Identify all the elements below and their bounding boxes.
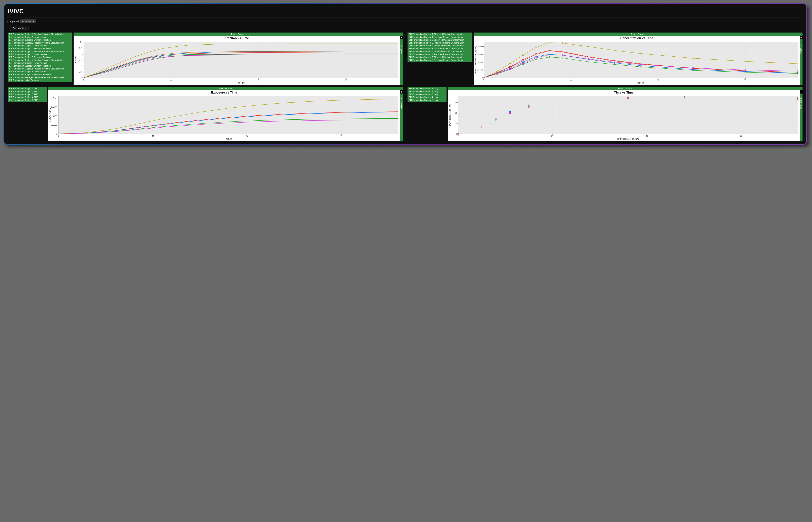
fraction-chart[interactable]: 020406000.250.50.7511.251.5Fraction vs T… (74, 36, 400, 85)
list-item[interactable]: ER Formulation Averaged Fraction Absolut… (9, 76, 71, 79)
list-item[interactable]: ER Formulation Subject 3 Invivo release (9, 53, 71, 56)
list-item[interactable]: ER Formulation Subject 5 AUC (9, 99, 45, 102)
list-item[interactable]: ER Formulation Subject 4 Predicted Plasm… (409, 53, 471, 56)
svg-text:5: 5 (456, 122, 457, 124)
svg-text:10000: 10000 (477, 69, 483, 71)
svg-text:0: 0 (458, 135, 458, 137)
concentration-chart[interactable]: 0204060010000200003000040000Concentratio… (474, 36, 800, 85)
list-item[interactable]: ER Formulation Subject 2 Systemic Fracti… (9, 47, 71, 50)
svg-text:0: 0 (81, 77, 83, 79)
list-item[interactable]: ER Formulation Subject 1 Fraction Absolu… (9, 33, 71, 36)
svg-text:1.5: 1.5 (80, 41, 83, 43)
list-item[interactable]: ER Formulation Invitro Release (9, 79, 71, 82)
compound-select[interactable]: Valproate ▲▼ (20, 19, 36, 23)
svg-text:Time vs Time: Time vs Time (614, 91, 633, 94)
list-item[interactable]: ER Formulation Subject 4 Levy (409, 96, 445, 99)
compound-label: Compound (7, 20, 19, 23)
svg-text:Plasma Concentration (ng/mL): Plasma Concentration (ng/mL) (475, 46, 477, 74)
svg-text:Invitro Release Time (h): Invitro Release Time (h) (617, 138, 639, 140)
svg-text:0: 0 (58, 135, 59, 137)
svg-text:AUC ((ng/mL)·h): AUC ((ng/mL)·h) (49, 107, 52, 122)
list-item[interactable]: ER Formulation Subject 1 Systemic Fracti… (9, 39, 71, 41)
expand-icon[interactable]: + (800, 36, 803, 39)
list-item[interactable]: ER Formulation Subject 4 Invivo release (9, 62, 71, 64)
list-item[interactable]: ER Formulation Subject 3 Levy (409, 93, 445, 96)
expand-icon[interactable]: + (400, 90, 403, 94)
plots-header: Plots / Graphs (74, 33, 403, 36)
svg-text:0.25: 0.25 (79, 71, 83, 73)
list-item[interactable]: ER Formulation Subject 5 Systemic Fracti… (9, 73, 71, 76)
svg-text:40: 40 (257, 79, 259, 81)
list-item[interactable]: ER Formulation Subject 4 AUC (9, 96, 45, 99)
list-item[interactable]: ER Formulation Subject 5 Observed Plasma… (409, 56, 471, 59)
list-item[interactable]: ER Formulation Subject 3 AUC (9, 93, 45, 96)
list-item[interactable]: ER Formulation Subject 2 Predicted Plasm… (409, 41, 471, 44)
exposure-chart[interactable]: 020406005000001·10⁶1.5·10⁶2·10⁶Exposure … (48, 90, 400, 141)
app-frame: IVIVC Compound Valproate ▲▼ Deconvolute … (4, 4, 806, 144)
list-item[interactable]: ER Formulation Subject 3 Systemic Fracti… (9, 56, 71, 59)
svg-text:Fraction: Fraction (75, 56, 77, 63)
svg-text:0: 0 (456, 133, 457, 135)
svg-text:40: 40 (646, 135, 648, 137)
list-item[interactable]: ER Formulation Subject 3 Fraction Absolu… (9, 50, 71, 53)
list-item[interactable]: ER Formulation Subject 4 Fraction Absolu… (9, 59, 71, 62)
list-item[interactable]: ER Formulation Subject 2 Observed Plasma… (409, 39, 471, 41)
svg-text:20: 20 (152, 135, 154, 137)
svg-text:60: 60 (344, 79, 346, 81)
svg-text:20: 20 (570, 79, 572, 81)
list-item[interactable]: ER Formulation Subject 2 AUC (9, 90, 45, 93)
list-item[interactable]: ER Formulation Subject 5 Levy (409, 99, 445, 102)
list-item[interactable]: ER Formulation Subject 5 Invivo release (9, 70, 71, 73)
plot-options-button[interactable]: Plot Options (800, 39, 803, 85)
svg-text:2·10⁶: 2·10⁶ (53, 97, 57, 99)
expand-icon[interactable]: + (800, 90, 803, 94)
list-item[interactable]: ER Formulation Subject 2 Fraction Absolu… (9, 41, 71, 44)
svg-text:Fraction vs Time: Fraction vs Time (225, 36, 249, 40)
plots-header: Plots / Graphs (448, 87, 803, 90)
list-item[interactable]: ER Formulation Subject 3 Observed Plasma… (409, 44, 471, 47)
list-item[interactable]: ER Formulation Subject 3 Predicted Plasm… (409, 47, 471, 50)
svg-rect-135 (58, 96, 398, 134)
svg-text:15: 15 (455, 101, 457, 103)
list-item[interactable]: ER Formulation Subject 2 Invivo release (9, 44, 71, 47)
plot-options-button[interactable]: Plot Options (400, 39, 403, 85)
svg-text:500000: 500000 (51, 124, 57, 126)
svg-rect-167 (458, 96, 798, 134)
svg-text:Time (h): Time (h) (237, 82, 245, 84)
svg-text:40: 40 (246, 135, 248, 137)
plot-options-button[interactable]: Plot Options (400, 94, 403, 141)
levy-series-list: ER Formulation Subject 1 LevyER Formulat… (408, 87, 447, 102)
list-item[interactable]: ER Formulation Subject 5 Predicted Plasm… (409, 59, 471, 62)
svg-text:Concentration vs Time: Concentration vs Time (620, 36, 653, 40)
list-item[interactable]: ER Formulation Subject 5 Fraction Absolu… (9, 67, 71, 70)
svg-text:Time (h): Time (h) (224, 138, 232, 140)
svg-text:0.75: 0.75 (79, 59, 83, 61)
page-title: IVIVC (7, 6, 803, 17)
svg-text:1.5·10⁶: 1.5·10⁶ (51, 106, 57, 108)
svg-text:0: 0 (83, 79, 84, 81)
list-item[interactable]: ER Formulation Subject 1 Observed Plasma… (409, 33, 471, 36)
plots-header: Plots / Graphs (474, 33, 803, 36)
fraction-series-list: ER Formulation Subject 1 Fraction Absolu… (8, 33, 72, 82)
svg-text:0: 0 (481, 77, 483, 79)
svg-text:Invivo Release Time (h): Invivo Release Time (h) (449, 104, 451, 126)
svg-text:1·10⁶: 1·10⁶ (53, 115, 57, 117)
list-item[interactable]: ER Formulation Subject 1 AUC (9, 87, 45, 90)
svg-text:20: 20 (551, 135, 553, 137)
plot-options-button[interactable]: Plot Options (800, 94, 803, 141)
svg-text:40000: 40000 (477, 45, 483, 47)
list-item[interactable]: ER Formulation Subject 1 Invivo release (9, 36, 71, 39)
list-item[interactable]: ER Formulation Subject 4 Observed Plasma… (409, 50, 471, 53)
levy-chart[interactable]: 0204060051015Time vs TimeInvitro Release… (448, 90, 800, 141)
deconvolute-button[interactable]: Deconvolute (10, 26, 28, 31)
list-item[interactable]: ER Formulation Subject 1 Levy (409, 87, 445, 90)
svg-text:Time (h): Time (h) (637, 82, 645, 84)
expand-icon[interactable]: + (400, 36, 403, 39)
list-item[interactable]: ER Formulation Subject 1 Predicted Plasm… (409, 36, 471, 39)
svg-text:1: 1 (81, 53, 83, 55)
auc-series-list: ER Formulation Subject 1 AUCER Formulati… (8, 87, 47, 102)
list-item[interactable]: ER Formulation Subject 2 Levy (409, 90, 445, 93)
svg-text:20: 20 (170, 79, 172, 81)
svg-text:0: 0 (56, 133, 57, 135)
list-item[interactable]: ER Formulation Subject 4 Systemic Fracti… (9, 64, 71, 67)
